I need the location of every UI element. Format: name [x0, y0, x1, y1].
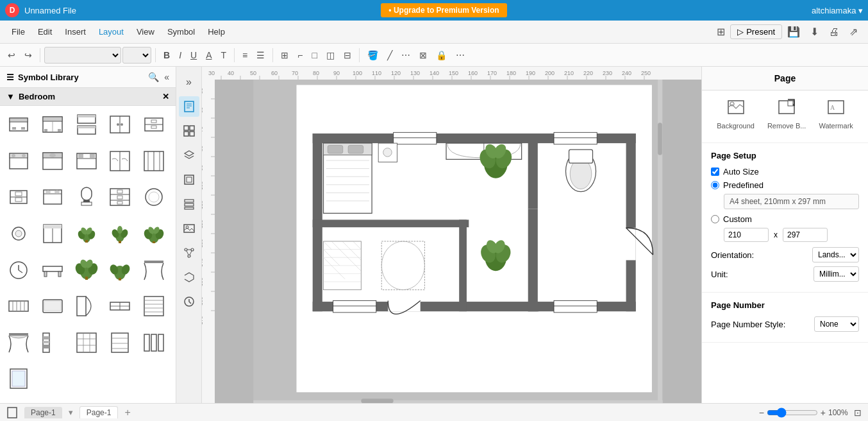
download-icon[interactable]: ⬇: [805, 23, 824, 40]
zoom-minus-button[interactable]: −: [759, 408, 764, 418]
panel-expand-icon[interactable]: »: [179, 72, 199, 92]
panel-image-icon[interactable]: [179, 218, 199, 239]
panel-connect-icon[interactable]: [179, 243, 199, 263]
collapse-icon[interactable]: «: [164, 72, 169, 82]
drawing-canvas[interactable]: [215, 80, 701, 403]
more-button[interactable]: ⋯: [452, 48, 469, 62]
italic-button[interactable]: I: [175, 48, 185, 62]
fit-screen-button[interactable]: ⊡: [854, 408, 862, 418]
dash-button[interactable]: ⋯: [397, 48, 414, 62]
line-button[interactable]: ╱: [383, 48, 396, 62]
symbol-stairs[interactable]: [139, 291, 169, 321]
symbol-bench[interactable]: [38, 255, 67, 285]
fill-button[interactable]: 🪣: [363, 48, 382, 62]
watermark-button[interactable]: A Watermark: [819, 98, 853, 130]
symbol-tv[interactable]: [38, 291, 67, 321]
text-button[interactable]: T: [217, 48, 230, 62]
panel-layers-icon[interactable]: [179, 145, 199, 166]
remove-bg-button[interactable]: Remove B...: [767, 98, 806, 130]
shape-button[interactable]: □: [308, 48, 321, 62]
symbol-wardrobe3[interactable]: [139, 146, 169, 176]
present-button[interactable]: ▷ Present: [730, 24, 782, 39]
menu-insert[interactable]: Insert: [58, 24, 92, 39]
symbol-radiator[interactable]: [4, 291, 33, 321]
text-box-button[interactable]: ⊞: [277, 48, 292, 62]
page-number-style-select[interactable]: None 1, 2, 3 i, ii, iii: [814, 316, 859, 332]
fullscreen-icon[interactable]: ⊞: [712, 23, 730, 40]
underline-button[interactable]: U: [187, 48, 201, 62]
font-color-button[interactable]: A: [202, 48, 215, 62]
panel-history-icon[interactable]: [179, 291, 199, 312]
symbol-plant4[interactable]: [72, 255, 101, 285]
symbol-bed2[interactable]: [4, 146, 33, 176]
close-category-icon[interactable]: ✕: [162, 92, 169, 101]
share-icon[interactable]: ⇗: [844, 23, 863, 40]
width-input[interactable]: [724, 228, 769, 242]
zoom-slider[interactable]: [767, 408, 818, 418]
symbol-bookshelf2[interactable]: [72, 328, 101, 357]
symbol-double-bed[interactable]: [38, 110, 67, 139]
crop-button[interactable]: ⊠: [415, 48, 431, 62]
symbol-clock[interactable]: [4, 255, 33, 285]
font-size-select[interactable]: [122, 47, 151, 64]
menu-layout[interactable]: Layout: [92, 24, 130, 39]
auto-size-checkbox[interactable]: [711, 168, 719, 176]
symbol-wardrobe2[interactable]: [105, 146, 135, 176]
print-icon[interactable]: 🖨: [824, 24, 844, 40]
undo-button[interactable]: ↩: [4, 48, 19, 62]
unit-select[interactable]: Millim... Inches Pixels: [814, 266, 859, 282]
symbol-wardrobe4[interactable]: [38, 219, 67, 248]
symbol-bed3[interactable]: [38, 146, 67, 176]
font-family-select[interactable]: [44, 47, 121, 64]
menu-edit[interactable]: Edit: [31, 24, 58, 39]
symbol-bed5[interactable]: [38, 182, 67, 212]
canvas-area[interactable]: 30 40 50 60 70 80 90 100 110 120 130 140…: [202, 67, 701, 403]
menu-symbol[interactable]: Symbol: [161, 24, 201, 39]
upgrade-button[interactable]: • Upgrade to Premium Version: [381, 3, 506, 17]
symbol-nightstand[interactable]: [4, 182, 33, 212]
custom-radio[interactable]: [711, 215, 719, 223]
symbol-plant2[interactable]: [105, 219, 135, 248]
paper-size-display[interactable]: A4 sheet, 210mm x 297 mm: [724, 194, 859, 209]
symbol-dresser[interactable]: [139, 110, 169, 139]
current-page-tab[interactable]: Page-1: [79, 406, 119, 418]
symbol-door[interactable]: [72, 291, 101, 321]
text-align-button[interactable]: ☰: [253, 48, 269, 62]
symbol-bookshelf[interactable]: [38, 328, 67, 357]
menu-help[interactable]: Help: [201, 24, 231, 39]
symbol-mirror[interactable]: [72, 182, 101, 212]
symbol-lamp[interactable]: [4, 219, 33, 248]
search-icon[interactable]: 🔍: [148, 72, 159, 82]
add-page-button[interactable]: +: [124, 407, 130, 418]
lock-button[interactable]: 🔒: [432, 48, 451, 62]
menu-view[interactable]: View: [130, 24, 161, 39]
user-menu[interactable]: altchiamaka ▾: [812, 6, 863, 15]
shape2-button[interactable]: ◫: [322, 48, 338, 62]
symbol-mirror2[interactable]: [4, 364, 33, 393]
height-input[interactable]: [783, 228, 828, 242]
symbol-bed4[interactable]: [72, 146, 101, 176]
symbol-circle-table[interactable]: [139, 182, 169, 212]
menu-file[interactable]: File: [5, 24, 31, 39]
panel-format-icon[interactable]: [179, 121, 199, 141]
symbol-wardrobe[interactable]: [105, 110, 135, 139]
panel-expand2-icon[interactable]: [179, 267, 199, 288]
redo-button[interactable]: ↪: [21, 48, 36, 62]
orientation-select[interactable]: Lands... Portrait: [812, 247, 859, 262]
page-tab-1[interactable]: Page-1: [24, 407, 62, 418]
symbol-single-bed[interactable]: [4, 110, 33, 139]
panel-frame-icon[interactable]: [179, 169, 199, 190]
symbol-bunk-bed[interactable]: [72, 110, 101, 139]
save-icon[interactable]: 💾: [782, 23, 805, 40]
symbol-divider[interactable]: [139, 328, 169, 357]
symbol-dresser2[interactable]: [105, 182, 135, 212]
panel-stack-icon[interactable]: [179, 194, 199, 214]
align-button[interactable]: ⊟: [340, 48, 355, 62]
symbol-plant3[interactable]: [139, 219, 169, 248]
background-button[interactable]: Background: [717, 98, 755, 130]
bold-button[interactable]: B: [160, 48, 174, 62]
page-dropdown[interactable]: ▾: [69, 408, 73, 417]
align-left-button[interactable]: ≡: [238, 48, 251, 62]
symbol-curtain[interactable]: [139, 255, 169, 285]
panel-page-icon[interactable]: [179, 96, 199, 117]
